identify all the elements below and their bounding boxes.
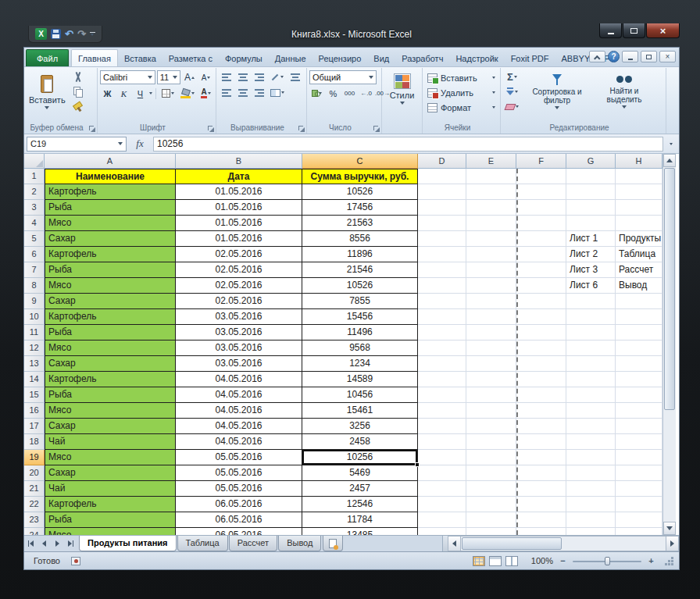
cell-D16[interactable] xyxy=(418,403,466,419)
italic-button[interactable]: К xyxy=(116,87,131,100)
cell-D23[interactable] xyxy=(418,512,466,528)
cell-F1[interactable] xyxy=(516,169,566,184)
cell-G18[interactable] xyxy=(566,434,616,450)
cell-E21[interactable] xyxy=(466,481,516,497)
cell-A15[interactable]: Рыба xyxy=(45,387,176,403)
row-header-13[interactable]: 13 xyxy=(24,356,45,372)
cell-B13[interactable]: 03.05.2016 xyxy=(176,356,302,372)
vertical-scrollbar[interactable] xyxy=(662,154,676,535)
cell-E22[interactable] xyxy=(466,497,516,512)
cell-G2[interactable] xyxy=(566,184,616,200)
column-header-C[interactable]: C xyxy=(302,154,418,169)
cell-E19[interactable] xyxy=(466,450,516,465)
next-sheet-button[interactable] xyxy=(51,536,64,551)
cell-G3[interactable] xyxy=(566,200,616,216)
cell-G10[interactable] xyxy=(566,309,616,325)
cell-A12[interactable]: Мясо xyxy=(45,341,176,356)
cell-C24[interactable]: 13485 xyxy=(302,528,418,535)
column-header-D[interactable]: D xyxy=(418,154,466,169)
percent-format-button[interactable]: % xyxy=(326,87,341,100)
customize-qat-icon[interactable] xyxy=(90,32,95,36)
workbook-restore-button[interactable] xyxy=(641,51,657,62)
align-top-button[interactable] xyxy=(219,70,234,84)
copy-button[interactable] xyxy=(70,85,85,98)
cell-A20[interactable]: Сахар xyxy=(45,465,176,481)
cell-F7[interactable] xyxy=(516,262,566,278)
cell-E17[interactable] xyxy=(466,419,516,434)
cell-G24[interactable] xyxy=(566,528,616,535)
first-sheet-button[interactable] xyxy=(24,536,38,551)
cell-E3[interactable] xyxy=(466,200,516,216)
cell-F10[interactable] xyxy=(516,309,566,325)
cell-H9[interactable] xyxy=(616,294,662,309)
insert-cells-button[interactable]: Вставить xyxy=(425,70,498,85)
cell-F24[interactable] xyxy=(516,528,566,535)
cell-E1[interactable] xyxy=(466,169,516,184)
resize-grip[interactable] xyxy=(664,556,674,566)
cell-F11[interactable] xyxy=(516,325,566,341)
sheet-tab-Рассчет[interactable]: Рассчет xyxy=(229,536,278,551)
cell-B14[interactable]: 04.05.2016 xyxy=(176,372,302,387)
cell-F20[interactable] xyxy=(516,465,566,481)
select-all-corner[interactable] xyxy=(24,154,45,169)
cell-C21[interactable]: 2457 xyxy=(302,481,418,497)
number-format-select[interactable]: Общий xyxy=(309,70,377,84)
cell-E14[interactable] xyxy=(466,372,516,387)
cell-H13[interactable] xyxy=(616,356,662,372)
cell-H15[interactable] xyxy=(616,387,662,403)
tab-splitter[interactable] xyxy=(442,536,448,551)
cell-B19[interactable]: 05.05.2016 xyxy=(176,450,302,465)
maximize-button[interactable] xyxy=(623,23,645,38)
tab-Рецензиро[interactable]: Рецензиро xyxy=(312,50,368,66)
column-header-A[interactable]: A xyxy=(45,154,176,169)
cell-B21[interactable]: 05.05.2016 xyxy=(176,481,302,497)
cell-B12[interactable]: 03.05.2016 xyxy=(176,341,302,356)
cell-G12[interactable] xyxy=(566,341,616,356)
cell-F21[interactable] xyxy=(516,481,566,497)
sheet-tab-Продукты-питания[interactable]: Продукты питания xyxy=(79,536,177,551)
cell-F3[interactable] xyxy=(516,200,566,216)
cell-B1[interactable]: Дата xyxy=(176,169,302,184)
cell-G4[interactable] xyxy=(566,216,616,231)
cell-H2[interactable] xyxy=(616,184,662,200)
cell-C14[interactable]: 14589 xyxy=(302,372,418,387)
font-dialog-launcher[interactable] xyxy=(207,125,214,132)
column-header-F[interactable]: F xyxy=(516,154,566,169)
clipboard-dialog-launcher[interactable] xyxy=(88,125,95,132)
borders-button[interactable] xyxy=(159,87,177,100)
cell-A13[interactable]: Сахар xyxy=(45,356,176,372)
cell-H17[interactable] xyxy=(616,419,662,434)
cell-D4[interactable] xyxy=(418,216,466,231)
zoom-thumb[interactable] xyxy=(605,557,610,565)
font-name-select[interactable]: Calibri xyxy=(100,70,155,84)
delete-cells-button[interactable]: Удалить xyxy=(425,85,498,100)
cell-D18[interactable] xyxy=(418,434,466,450)
cell-D14[interactable] xyxy=(418,372,466,387)
formula-input[interactable]: 10256 xyxy=(153,137,663,152)
cell-H3[interactable] xyxy=(616,200,662,216)
cell-G13[interactable] xyxy=(566,356,616,372)
cell-G16[interactable] xyxy=(566,403,616,419)
row-header-24[interactable]: 24 xyxy=(24,528,45,535)
excel-app-icon[interactable]: X xyxy=(35,28,47,40)
cell-C2[interactable]: 10526 xyxy=(302,184,418,200)
workbook-close-button[interactable]: × xyxy=(659,51,676,62)
cell-C12[interactable]: 9568 xyxy=(302,341,418,356)
cell-G17[interactable] xyxy=(566,419,616,434)
tab-Главная[interactable]: Главная xyxy=(71,49,118,66)
row-header-18[interactable]: 18 xyxy=(24,434,45,450)
cell-A10[interactable]: Картофель xyxy=(45,309,176,325)
cell-E7[interactable] xyxy=(466,262,516,278)
cell-E11[interactable] xyxy=(466,325,516,341)
cell-A23[interactable]: Рыба xyxy=(45,512,176,528)
minimize-ribbon-button[interactable] xyxy=(589,51,605,62)
cell-A7[interactable]: Рыба xyxy=(45,262,176,278)
cell-A1[interactable]: Наименование xyxy=(45,169,176,184)
find-select-button[interactable]: Найти и выделить xyxy=(593,70,655,110)
merge-center-button[interactable] xyxy=(268,86,287,99)
cell-A24[interactable]: Мясо xyxy=(45,528,176,535)
cell-B2[interactable]: 01.05.2016 xyxy=(176,184,302,200)
alignment-dialog-launcher[interactable] xyxy=(298,125,305,132)
cut-button[interactable] xyxy=(70,70,85,84)
cell-H18[interactable] xyxy=(616,434,662,450)
